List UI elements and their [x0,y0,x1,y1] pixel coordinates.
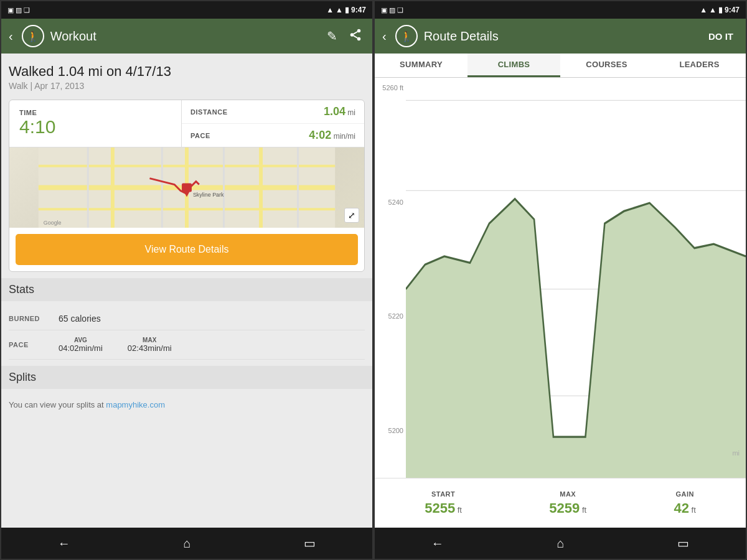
right-status-icons: ▣ ▨ ❑ [381,6,403,14]
stats-card: TIME 4:10 DISTANCE 1.04 mi [9,100,365,272]
chart-container: 5260 ft 5240 5220 5200 [375,78,746,478]
right-content: SUMMARY CLIMBS COURSES LEADERS 5260 ft 5… [375,54,746,528]
max-stat: MAX 5259 ft [549,490,586,516]
splits-note: You can view your splits at mapmyhike.co… [9,395,365,414]
workout-title: Walked 1.04 mi on 4/17/13 [9,63,365,80]
right-image-icon: ▨ [389,6,395,14]
y-label-5260: 5260 ft [377,84,403,91]
left-status-bar: ▣ ▨ ❑ ▲ ▲ ▮ 9:47 [1,1,372,19]
chart-y-labels: 5260 ft 5240 5220 5200 [375,78,406,441]
svg-line-3 [354,35,357,38]
left-content: Walked 1.04 mi on 4/17/13 Walk | Apr 17,… [1,54,372,528]
battery-icon: ▮ [345,6,349,14]
y-label-5220: 5220 [377,312,403,320]
pace-label: PACE [190,132,210,139]
dropbox-icon: ❑ [24,6,30,14]
distance-row: DISTANCE 1.04 mi [182,100,364,124]
svg-text:Google: Google [44,220,62,226]
share-button[interactable] [346,26,365,47]
back-nav-icon[interactable]: ← [58,536,70,551]
pace-cols: AVG 04:02min/mi MAX 02:43min/mi [59,337,172,353]
left-time: 9:47 [351,6,366,14]
workout-header: Walked 1.04 mi on 4/17/13 Walk | Apr 17,… [9,61,365,93]
distance-label: DISTANCE [190,108,227,116]
avg-col-label: AVG [74,337,87,343]
do-it-button[interactable]: DO IT [703,29,738,44]
left-toolbar-title: Workout [50,29,318,44]
tab-summary[interactable]: SUMMARY [375,54,467,77]
time-label: TIME [19,109,171,116]
max-col-value: 02:43min/mi [128,343,172,353]
left-status-icons: ▣ ▨ ❑ [7,6,30,14]
stats-row: TIME 4:10 DISTANCE 1.04 mi [9,100,364,147]
workout-container: Walked 1.04 mi on 4/17/13 Walk | Apr 17,… [1,54,372,422]
metrics-block: DISTANCE 1.04 mi PACE 4:02 min/mi [182,100,364,147]
tab-courses[interactable]: COURSES [560,54,653,77]
pace-value: 4:02 min/mi [309,129,355,142]
map-placeholder: Google Skyline Park ⤢ [9,147,364,228]
edit-button[interactable]: ✎ [324,26,340,46]
right-back-button[interactable]: ‹ [382,29,387,44]
distance-value: 1.04 mi [324,105,355,118]
start-label: START [431,490,455,498]
gain-stat: GAIN 42 ft [674,490,695,516]
gain-label: GAIN [675,490,694,498]
pace-stat-label: PACE [9,341,59,348]
burned-label: BURNED [9,315,59,322]
burned-value: 65 calories [59,314,101,324]
sim-icon: ▣ [7,6,14,14]
right-dropbox-icon: ❑ [397,6,403,14]
tab-leaders[interactable]: LEADERS [653,54,746,77]
start-stat: START 5255 ft [425,490,462,516]
pace-stat: PACE AVG 04:02min/mi MAX 02:43min/mi [9,330,365,360]
y-label-5240: 5240 [377,198,403,206]
map-expand-button[interactable]: ⤢ [344,208,359,223]
view-route-button[interactable]: View Route Details [16,234,358,265]
start-value: 5255 ft [425,500,462,516]
max-col: MAX 02:43min/mi [128,337,172,353]
right-status-bar: ▣ ▨ ❑ ▲ ▲ ▮ 9:47 [375,1,746,19]
svg-text:Skyline Park: Skyline Park [193,192,224,198]
right-back-nav-icon[interactable]: ← [431,536,444,551]
time-value: 4:10 [19,116,171,138]
svg-line-4 [354,31,357,34]
app-icon: 🚶 [22,25,44,47]
right-wifi-icon: ▲ [700,6,707,14]
home-nav-icon[interactable]: ⌂ [183,536,190,551]
route-stats: START 5255 ft MAX 5259 ft GAIN 42 ft [375,478,746,528]
stats-section-header: Stats [1,278,372,301]
gain-value: 42 ft [674,500,695,516]
view-route-wrapper: View Route Details [9,228,364,271]
wifi-icon: ▲ [326,6,334,14]
max-label: MAX [560,490,576,498]
avg-col-value: 04:02min/mi [59,343,103,353]
back-button[interactable]: ‹ [9,29,13,44]
right-walker-icon: 🚶 [400,30,413,42]
svg-rect-17 [182,184,192,192]
burned-stat: BURNED 65 calories [9,307,365,330]
right-time: 9:47 [725,6,740,14]
right-sim-icon: ▣ [381,6,387,14]
y-label-5200: 5200 [377,427,403,434]
left-phone: ▣ ▨ ❑ ▲ ▲ ▮ 9:47 ‹ 🚶 Workout ✎ [0,0,374,560]
pace-row: PACE 4:02 min/mi [182,124,364,147]
max-col-label: MAX [143,337,156,343]
right-status-right: ▲ ▲ ▮ 9:47 [700,6,740,14]
map-area: Google Skyline Park ⤢ [9,147,364,228]
right-home-nav-icon[interactable]: ⌂ [557,536,564,551]
recent-nav-icon[interactable]: ▭ [304,536,316,551]
time-block: TIME 4:10 [9,100,182,147]
left-toolbar: ‹ 🚶 Workout ✎ [1,19,372,54]
walker-icon: 🚶 [27,30,39,42]
svg-point-0 [357,29,361,32]
right-signal-icon: ▲ [709,6,716,14]
right-phone: ▣ ▨ ❑ ▲ ▲ ▮ 9:47 ‹ 🚶 Route Details DO IT [374,0,747,560]
right-recent-nav-icon[interactable]: ▭ [677,536,689,551]
svg-point-1 [350,33,354,37]
map-svg: Google Skyline Park [9,147,364,228]
tab-climbs[interactable]: CLIMBS [467,54,560,77]
right-bottom-nav: ← ⌂ ▭ [375,528,746,559]
splits-link[interactable]: mapmyhike.com [106,400,165,409]
elevation-chart-svg [406,84,746,478]
stats-list: BURNED 65 calories PACE AVG 04:02min/mi … [9,307,365,360]
